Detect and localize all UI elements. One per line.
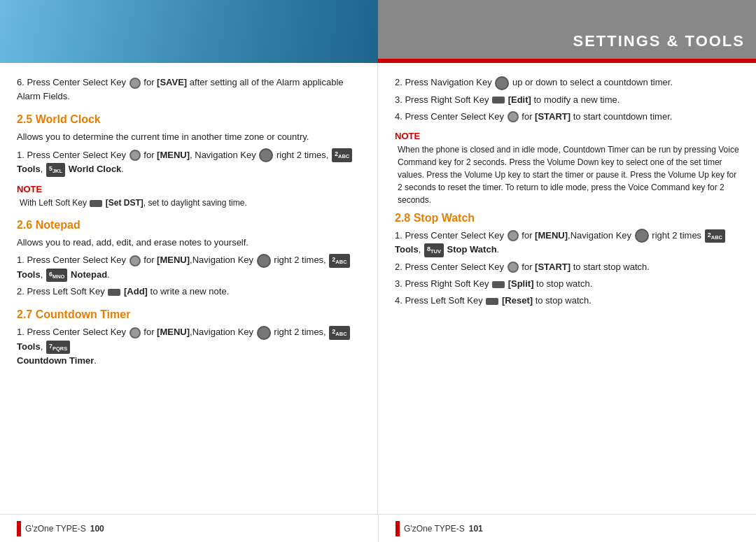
step-28-3: 3. Press Right Soft Key [Split] to stop … [395, 277, 739, 291]
nav-key-26-icon [257, 254, 271, 268]
section-28-heading: 2.8 Stop Watch [395, 212, 739, 224]
center-key-28-2-icon [507, 262, 519, 273]
step-28-1: 1. Press Center Select Key for [MENU],Na… [395, 229, 739, 257]
header: SETTINGS & TOOLS [0, 0, 756, 63]
center-key-27-icon [130, 327, 141, 338]
soft-key-26-icon [108, 289, 120, 296]
section-27-heading: 2.7 Countdown Timer [17, 308, 360, 321]
section-26-heading: 2.6 Notepad [17, 219, 360, 231]
key-2abc-28: 2ABC [705, 229, 725, 243]
step-26-2: 2. Press Left Soft Key [Add] to write a … [17, 285, 360, 299]
footer-left: G'zOne TYPE-S 100 [0, 515, 378, 542]
nav-key-27-icon [257, 326, 271, 340]
center-key-r3-icon [507, 111, 519, 122]
footer-left-page: 100 [90, 524, 104, 534]
step-26-1: 1. Press Center Select Key for [MENU],Na… [17, 253, 360, 282]
center-key-28-icon [507, 230, 519, 241]
step-r2: 3. Press Right Soft Key [Edit] to modify… [395, 93, 739, 107]
soft-key-note-25-icon [90, 200, 102, 207]
key-7pqrs-27: 7PQRS [46, 341, 70, 355]
footer-right-brand-text: G'zOne TYPE-S [404, 524, 465, 534]
nav-key-28-icon [635, 229, 649, 243]
desc-25: Allows you to determine the current time… [17, 130, 360, 144]
soft-key-28-4-icon [486, 298, 498, 305]
header-image [0, 0, 378, 63]
step-r1: 2. Press Navigation Key up or down to se… [395, 76, 739, 90]
note-label-right: NOTE [395, 131, 739, 141]
footer-right-brand: G'zOne TYPE-S 101 [396, 521, 483, 536]
note-label-25: NOTE [17, 184, 360, 194]
header-title-block: SETTINGS & TOOLS [378, 0, 756, 63]
header-title: SETTINGS & TOOLS [573, 32, 745, 50]
center-select-key-icon [130, 78, 141, 89]
soft-key-28-3-icon [492, 281, 505, 288]
footer-right: G'zOne TYPE-S 101 [378, 515, 756, 542]
key-2abc-26: 2ABC [329, 254, 349, 268]
note-25: With Left Soft Key [Set DST], set to day… [17, 197, 360, 209]
desc-26: Allows you to read, add, edit, and erase… [17, 236, 360, 250]
step-28-4: 4. Press Left Soft Key [Reset] to stop w… [395, 294, 739, 308]
center-key-25-icon [130, 150, 141, 161]
intro-step6: 6. Press Center Select Key for [SAVE] af… [17, 76, 360, 104]
key-2abc-25: 2ABC [332, 148, 352, 162]
step-27-1: 1. Press Center Select Key for [MENU],Na… [17, 325, 360, 368]
footer: G'zOne TYPE-S 100 G'zOne TYPE-S 101 [0, 514, 756, 542]
note-right: When the phone is closed and in idle mod… [395, 143, 739, 206]
step-25-1: 1. Press Center Select Key for [MENU], N… [17, 148, 360, 177]
key-2abc-27: 2ABC [329, 326, 349, 340]
footer-red-bar-right [396, 521, 400, 536]
section-25-heading: 2.5 World Clock [17, 113, 360, 126]
key-8tuv-28: 8TUV [424, 243, 444, 257]
soft-key-r2-icon [492, 97, 505, 104]
step-r3: 4. Press Center Select Key for [START] t… [395, 110, 739, 124]
nav-key-r1-icon [495, 76, 509, 90]
step-28-2: 2. Press Center Select Key for [START] t… [395, 260, 739, 274]
footer-left-brand: G'zOne TYPE-S 100 [17, 521, 104, 536]
footer-right-page: 101 [469, 524, 483, 534]
footer-red-bar-left [17, 521, 21, 536]
center-key-26-icon [130, 255, 141, 266]
left-column: 6. Press Center Select Key for [SAVE] af… [0, 63, 378, 514]
right-column: 2. Press Navigation Key up or down to se… [378, 63, 756, 514]
key-5jkl-25: 5JKL [46, 163, 65, 177]
content: 6. Press Center Select Key for [SAVE] af… [0, 63, 756, 514]
nav-key-25-icon [259, 148, 273, 162]
footer-left-brand-text: G'zOne TYPE-S [25, 524, 86, 534]
key-6mno-26: 6MNO [46, 269, 68, 283]
